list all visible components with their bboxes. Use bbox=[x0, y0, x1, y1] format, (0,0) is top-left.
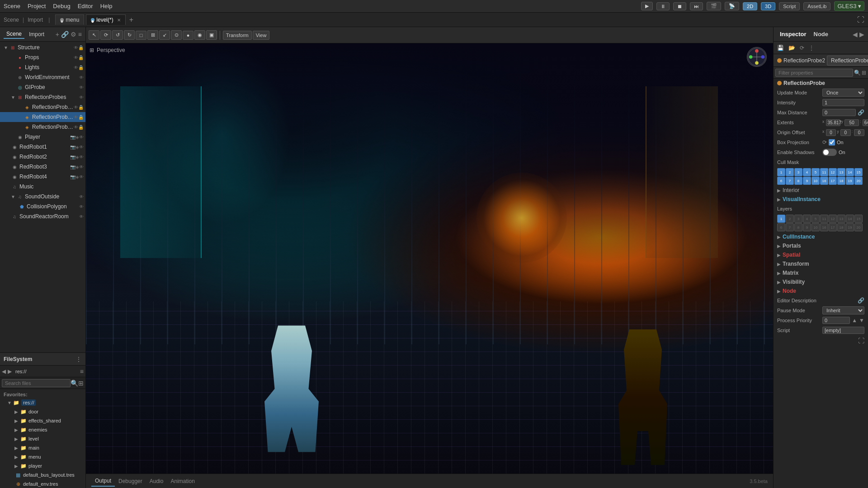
tab-close-btn[interactable]: ✕ bbox=[117, 18, 121, 23]
layer-cell-14[interactable]: 14 bbox=[846, 215, 854, 223]
fs-layout-btn[interactable]: ≡ bbox=[80, 368, 84, 375]
cull-instance-section[interactable]: ▶ CullInstance bbox=[774, 232, 868, 241]
fs-item-bus-layout[interactable]: ▦ default_bus_layout.tres bbox=[0, 470, 85, 479]
node-lock-btn[interactable]: 🔒 bbox=[78, 65, 84, 70]
layer-cell-8[interactable]: 8 bbox=[794, 223, 802, 231]
fs-filter-btn[interactable]: ⊞ bbox=[78, 380, 84, 387]
tab-menu[interactable]: ● menu bbox=[55, 14, 84, 25]
node-group-btn[interactable]: 👁 bbox=[79, 135, 84, 140]
inspector-node-type-select[interactable]: ReflectionProbe2 bbox=[827, 56, 868, 66]
node-group-btn[interactable]: 👁 bbox=[79, 145, 84, 150]
node-lock-btn[interactable]: ◈ bbox=[75, 174, 79, 179]
fs-search-btn[interactable]: 🔍 bbox=[71, 380, 78, 387]
btn-assetlib[interactable]: AssetLib bbox=[803, 2, 830, 10]
node-lock-btn[interactable]: 🔒 bbox=[78, 105, 84, 110]
stop-button[interactable]: ⏹ bbox=[673, 2, 686, 10]
vt-env-btn[interactable]: ◉ bbox=[194, 30, 205, 40]
menu-editor[interactable]: Editor bbox=[78, 3, 93, 9]
layer-cell-9[interactable]: 9 bbox=[803, 223, 811, 231]
node-section[interactable]: ▶ Node bbox=[774, 286, 868, 296]
fs-item-level[interactable]: ▶ 📁 level bbox=[0, 434, 85, 443]
insp-forward-btn[interactable]: ▶ bbox=[859, 31, 864, 38]
max-distance-value[interactable]: 0 bbox=[822, 109, 856, 116]
play-button[interactable]: ▶ bbox=[641, 2, 653, 10]
import-label[interactable]: Import bbox=[28, 17, 43, 23]
fs-item-res[interactable]: ▼ 📁 res:// bbox=[0, 398, 85, 407]
vt-move-btn[interactable]: ⟳ bbox=[100, 30, 111, 40]
box-projection-checkbox[interactable] bbox=[829, 139, 835, 145]
bottom-tab-audio[interactable]: Audio bbox=[146, 476, 167, 486]
fs-item-default-env[interactable]: ⊕ default_env.tres bbox=[0, 479, 85, 488]
visibility-section[interactable]: ▶ Visibility bbox=[774, 277, 868, 286]
cull-cell-10[interactable]: 10 bbox=[811, 177, 820, 185]
tree-item-reflprobe3[interactable]: ◈ ReflectionProbe3 👁 🔒 bbox=[0, 122, 85, 132]
portals-section[interactable]: ▶ Portals bbox=[774, 241, 868, 250]
origin-y[interactable]: 0 bbox=[840, 129, 851, 136]
layer-cell-7[interactable]: 7 bbox=[786, 223, 794, 231]
tree-item-reflectionprobes[interactable]: ▼ ⊞ ReflectionProbes 👁 bbox=[0, 92, 85, 102]
extents-x[interactable]: 35.817 bbox=[826, 119, 840, 126]
cull-cell-17[interactable]: 17 bbox=[829, 177, 837, 185]
viewport[interactable]: ⊞ Perspective bbox=[86, 43, 773, 474]
vt-grid-btn[interactable]: ⊞ bbox=[147, 30, 158, 40]
layer-cell-18[interactable]: 18 bbox=[837, 223, 845, 231]
add-node-btn[interactable]: + bbox=[56, 31, 59, 38]
layer-cell-2[interactable]: 2 bbox=[786, 215, 794, 223]
vt-snap-btn[interactable]: □ bbox=[136, 31, 146, 40]
filter-properties-input[interactable] bbox=[775, 69, 853, 77]
tree-item-redrobot4[interactable]: ◉ RedRobot4 📷 ◈ 👁 bbox=[0, 172, 85, 182]
node-vis-btn[interactable]: 📷 bbox=[70, 174, 75, 179]
remote-button[interactable]: 📡 bbox=[725, 2, 739, 10]
node-visibility-btn[interactable]: 👁 bbox=[74, 125, 78, 130]
cull-cell-2[interactable]: 2 bbox=[786, 168, 794, 176]
vt-transform-btn[interactable]: Transform bbox=[223, 31, 252, 40]
node-lock-btn[interactable]: ◈ bbox=[75, 145, 79, 150]
menu-help[interactable]: Help bbox=[100, 3, 113, 9]
tree-item-redrobot1[interactable]: ◉ RedRobot1 📷 ◈ 👁 bbox=[0, 142, 85, 152]
insp-load-btn[interactable]: 📂 bbox=[787, 44, 797, 52]
node-tab[interactable]: Node bbox=[811, 30, 831, 38]
reflection-probe-section[interactable]: ReflectionProbe bbox=[774, 79, 868, 88]
fs-forward-btn[interactable]: ▶ bbox=[8, 368, 12, 375]
layer-cell-20[interactable]: 20 bbox=[854, 223, 863, 231]
tree-item-redrobot3[interactable]: ◉ RedRobot3 📷 ◈ 👁 bbox=[0, 162, 85, 172]
vt-gizmo-btn[interactable]: ▣ bbox=[206, 30, 217, 40]
filter-scene-btn[interactable]: 🔗 bbox=[61, 31, 69, 38]
max-distance-link-btn[interactable]: 🔗 bbox=[858, 109, 864, 116]
extents-y[interactable]: 50 bbox=[844, 119, 859, 126]
menu-debug[interactable]: Debug bbox=[53, 3, 70, 9]
bottom-tab-output[interactable]: Output bbox=[91, 476, 115, 487]
cull-cell-20[interactable]: 20 bbox=[854, 177, 863, 185]
spatial-section[interactable]: ▶ Spatial bbox=[774, 250, 868, 259]
fs-item-door[interactable]: ▶ 📁 door bbox=[0, 407, 85, 416]
vt-local-btn[interactable]: ↙ bbox=[159, 30, 170, 40]
layer-cell-11[interactable]: 11 bbox=[820, 215, 828, 223]
update-mode-select[interactable]: Once Always bbox=[822, 89, 864, 97]
layer-cell-6[interactable]: 6 bbox=[777, 223, 785, 231]
cull-cell-8[interactable]: 8 bbox=[794, 177, 802, 185]
tree-item-worldenvironment[interactable]: ⊕ WorldEnvironment 👁 bbox=[0, 72, 85, 82]
fs-item-menu[interactable]: ▶ 📁 menu bbox=[0, 452, 85, 461]
origin-z[interactable]: 0 bbox=[854, 129, 864, 136]
layer-cell-19[interactable]: 19 bbox=[846, 223, 854, 231]
node-visibility-btn[interactable]: 👁 bbox=[74, 105, 78, 110]
node-visibility-btn[interactable]: 👁 bbox=[74, 45, 78, 50]
tree-item-collisionpolygon[interactable]: ⬟ CollisionPolygon 👁 bbox=[0, 202, 85, 211]
bottom-tab-debugger[interactable]: Debugger bbox=[115, 476, 146, 486]
tree-item-player[interactable]: ◉ Player 📷 ◈ 👁 bbox=[0, 132, 85, 142]
node-vis-btn[interactable]: 📷 bbox=[70, 135, 75, 140]
layer-cell-3[interactable]: 3 bbox=[794, 215, 802, 223]
cull-cell-5[interactable]: 5 bbox=[811, 168, 820, 176]
fs-item-player[interactable]: ▶ 📁 player bbox=[0, 461, 85, 470]
pause-button[interactable]: ⏸ bbox=[656, 2, 670, 10]
node-group-btn[interactable]: 👁 bbox=[79, 164, 84, 169]
layer-cell-15[interactable]: 15 bbox=[854, 215, 863, 223]
bottom-tab-animation[interactable]: Animation bbox=[167, 476, 198, 486]
node-visibility-btn[interactable]: 👁 bbox=[74, 115, 78, 120]
vt-select-btn[interactable]: ↖ bbox=[89, 30, 99, 40]
cull-cell-12[interactable]: 12 bbox=[829, 168, 837, 176]
step-button[interactable]: ⏭ bbox=[690, 2, 703, 10]
scene-more-btn[interactable]: ≡ bbox=[78, 31, 82, 38]
vt-camera-btn[interactable]: ● bbox=[183, 31, 193, 40]
tree-item-redrobot2[interactable]: ◉ RedRobot2 📷 ◈ 👁 bbox=[0, 152, 85, 162]
